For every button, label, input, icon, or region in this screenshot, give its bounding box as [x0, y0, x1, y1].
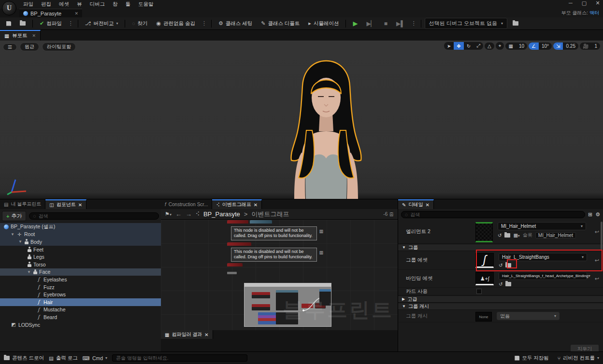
close-icon[interactable]: ✕	[78, 202, 82, 208]
hide-unrelated-options-icon[interactable]: ⋮	[201, 20, 208, 27]
details-search-input[interactable]	[410, 212, 581, 217]
browse-folder-icon[interactable]	[505, 282, 511, 286]
tree-item-eyelashes[interactable]: ʃEyelashes	[0, 276, 161, 283]
camera-speed-value[interactable]: 1	[591, 42, 600, 50]
revision-control-button[interactable]: ⑂ 리비전 컨트롤 ▾	[558, 355, 599, 362]
tree-item-mustache[interactable]: ʃMustache	[0, 306, 161, 314]
menu-file[interactable]: 파일	[19, 0, 37, 9]
browse-asset-button[interactable]	[16, 20, 29, 27]
character-model[interactable]	[261, 58, 391, 199]
components-search[interactable]: ◌	[29, 212, 159, 220]
back-button[interactable]: ←	[175, 210, 182, 218]
tree-item-feet[interactable]: Feet	[0, 246, 161, 253]
cmd-dropdown[interactable]: ⌨ Cmd ▾	[83, 355, 107, 361]
class-settings-button[interactable]: ⚙클래스 세팅	[215, 19, 256, 28]
tab-components[interactable]: ◫ 컴포넌트 ✕	[45, 199, 86, 209]
diff-button[interactable]: ⎇버전비교▾	[82, 19, 122, 28]
reset-property-icon[interactable]: ↩	[595, 276, 599, 282]
tree-item-body[interactable]: ▼Body	[0, 238, 161, 246]
use-selected-icon[interactable]: ↺	[499, 281, 502, 287]
material-options-icon[interactable]: ▩▾	[513, 233, 519, 238]
groom-cache-dropdown[interactable]: 없음▾	[497, 312, 560, 320]
reset-property-icon[interactable]: ↩	[595, 229, 599, 235]
rotate-tool-button[interactable]: ↻	[464, 42, 474, 50]
menu-edit[interactable]: 편집	[37, 0, 55, 9]
world-local-toggle[interactable]: △	[485, 42, 494, 50]
select-tool-button[interactable]: ➤	[444, 42, 454, 50]
play-button[interactable]: ▶	[349, 18, 361, 28]
output-log-button[interactable]: ▤ 출력 로그	[49, 355, 78, 362]
compile-options-icon[interactable]: ⋮	[67, 20, 74, 27]
view-mode-dropdown[interactable]: 라이팅포함	[42, 42, 76, 51]
tree-item-fuzz[interactable]: ʃFuzz	[0, 283, 161, 291]
angle-snap-icon[interactable]: ∠	[529, 42, 539, 50]
tab-construction-script[interactable]: f Construction Scr...	[161, 199, 212, 209]
tree-item-beard[interactable]: ʃBeard	[0, 313, 161, 321]
tree-item-hair[interactable]: ʃHair	[0, 298, 161, 306]
tab-compiler-results[interactable]: ▦ 컴파일러 결과 ✕	[161, 330, 213, 339]
add-component-button[interactable]: + 추가	[2, 211, 26, 221]
tree-item-legs[interactable]: Legs	[0, 253, 161, 261]
close-button[interactable]: ✕	[594, 0, 601, 6]
groom-asset-dropdown[interactable]: Hair_L_StraightBangs▾	[499, 253, 587, 261]
close-icon[interactable]: ✕	[74, 11, 78, 16]
debug-browse-button[interactable]	[509, 20, 522, 27]
close-icon[interactable]: ✕	[254, 202, 258, 208]
close-icon[interactable]: ✕	[32, 33, 36, 38]
material-thumbnail[interactable]	[475, 222, 493, 242]
event-node[interactable]	[227, 242, 251, 246]
move-tool-button[interactable]: ✥	[454, 42, 463, 50]
components-search-input[interactable]	[38, 213, 155, 219]
eject-button[interactable]: ▶▌	[393, 19, 408, 28]
binding-asset-dropdown[interactable]: Hair_L_StraightBangs_f_head_Archetype_Bi…	[499, 272, 587, 280]
event-node[interactable]	[227, 263, 243, 266]
graph-node[interactable]	[227, 272, 237, 274]
console-command-box[interactable]	[112, 354, 247, 362]
details-search[interactable]: ◌	[401, 211, 585, 218]
grid-snap-value[interactable]: 10	[516, 42, 527, 50]
menu-asset[interactable]: 에셋	[55, 0, 73, 9]
tab-my-blueprint[interactable]: ▤ 내 블루프린트	[0, 199, 45, 209]
tree-item-lodsync[interactable]: ◩LODSync	[0, 321, 161, 329]
class-defaults-button[interactable]: ✎클래스 디폴트	[258, 19, 303, 28]
graph-node[interactable]	[258, 312, 277, 324]
gear-icon[interactable]: ⚙	[595, 211, 600, 218]
section-advanced[interactable]: ▶고급	[398, 295, 603, 303]
save-button[interactable]	[3, 20, 14, 28]
breadcrumb-root[interactable]: BP_Parasyte	[203, 210, 240, 218]
tab-viewport[interactable]: ▦ 뷰포트 ✕	[0, 30, 41, 41]
menu-debug[interactable]: 디버그	[86, 0, 109, 9]
angle-snap-value[interactable]: 10°	[539, 42, 552, 50]
forward-button[interactable]: →	[186, 210, 192, 218]
slot-name-field[interactable]: MI_Hair_Helmet	[535, 232, 576, 238]
all-saved-button[interactable]: 모두 저장됨	[515, 355, 548, 362]
tab-bp-parasyte[interactable]: BP_Parasyte ✕	[19, 9, 82, 17]
tree-item-face[interactable]: ▼Face	[0, 268, 161, 276]
use-selected-icon[interactable]: ↺	[499, 263, 502, 268]
console-command-input[interactable]	[116, 355, 244, 361]
scale-tool-button[interactable]: ⤢	[474, 42, 483, 50]
graph-node[interactable]	[252, 304, 270, 310]
property-matrix-icon[interactable]: ⊞	[588, 211, 592, 218]
viewport-3d[interactable]: ☰ 원근 라이팅포함 ➤ ✥ ↻ ⤢ △ ⌖ ▦ 10 ∠ 10° ⇲ 0	[0, 41, 603, 199]
groom-thumbnail[interactable]: ʃ	[475, 253, 494, 268]
tree-item-root[interactable]: ▼✛Root	[0, 231, 161, 238]
close-icon[interactable]: ✕	[204, 332, 208, 337]
debug-object-dropdown[interactable]: 선택된 디버그 오브젝트 없음 ▾	[425, 18, 507, 29]
menu-window[interactable]: 창	[109, 0, 122, 9]
menu-help[interactable]: 도움말	[134, 0, 158, 9]
stop-button[interactable]: ■	[381, 19, 391, 28]
reset-property-icon[interactable]: ↩	[595, 257, 599, 264]
use-cards-checkbox[interactable]	[476, 289, 482, 294]
find-button[interactable]: ◌찾기	[129, 19, 151, 28]
bookmark-icon[interactable]: ⚑▾	[165, 211, 172, 217]
binding-thumbnail[interactable]: ♟+ʃ	[475, 272, 494, 285]
event-node[interactable]	[227, 220, 248, 224]
tree-item-bp-parasyte[interactable]: BP_Parasyte (셀프)	[0, 223, 161, 231]
menu-tools[interactable]: 툴	[122, 0, 135, 9]
scale-snap-icon[interactable]: ⇲	[553, 42, 563, 50]
viewport-menu-button[interactable]: ☰	[3, 43, 17, 51]
expand-arrow-icon[interactable]: ▼	[11, 232, 14, 237]
section-groom-cache[interactable]: ▼그룹 캐시	[398, 303, 603, 310]
compile-button[interactable]: ✔컴파일	[36, 19, 65, 28]
